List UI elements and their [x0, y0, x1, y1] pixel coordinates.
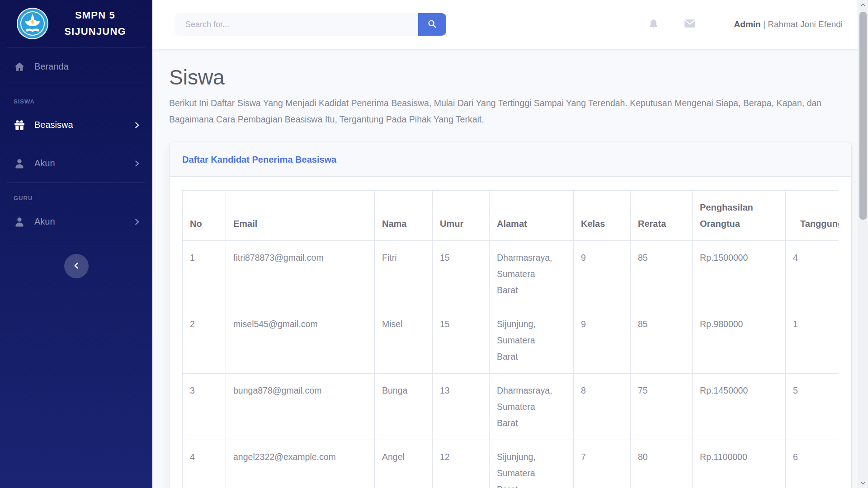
search-icon: [427, 19, 437, 30]
table-cell-umur: 15: [433, 307, 490, 374]
table-cell-no: 2: [183, 307, 226, 374]
column-header-alamat: Alamat: [490, 191, 574, 241]
table-cell-rerata: 85: [631, 241, 693, 307]
sidebar-item-label: Akun: [34, 216, 55, 227]
table-cell-rerata: 80: [631, 440, 693, 488]
card-header: Daftar Kandidat Penerima Beasiswa: [170, 143, 851, 177]
table-cell-penghasilan: Rp.1500000: [693, 241, 786, 307]
table-container: No Email Nama Umur Alamat Kelas Rerata P…: [182, 190, 839, 488]
table-row: 3bunga878@gmail.comBunga13Dharmasraya, S…: [183, 374, 839, 440]
topbar-actions: Admin | Rahmat Joni Efendi: [647, 11, 843, 38]
school-logo-icon: [16, 7, 49, 40]
sidebar-item-label: Akun: [34, 158, 55, 169]
card-title: Daftar Kandidat Penerima Beasiswa: [182, 155, 336, 164]
gift-icon: [14, 119, 27, 131]
table-cell-tanggungan: 4: [786, 241, 839, 307]
vertical-scrollbar[interactable]: [858, 0, 868, 488]
sidebar-item-akun-guru[interactable]: Akun: [0, 202, 152, 241]
table-cell-rerata: 75: [631, 374, 693, 440]
column-header-no: No: [183, 191, 226, 241]
sidebar-divider: [7, 241, 145, 241]
table-cell-tanggungan: 1: [786, 307, 839, 374]
table-cell-nama: Misel: [375, 307, 433, 374]
brand-title: SMPN 5 SIJUNJUNG: [49, 7, 142, 40]
table-cell-umur: 15: [433, 241, 490, 307]
table-cell-email: fitri878873@gmail.com: [226, 241, 375, 307]
sidebar-item-beranda[interactable]: Beranda: [0, 47, 152, 86]
sidebar-divider: [7, 183, 145, 183]
table-cell-nama: Fitri: [375, 241, 433, 307]
table-cell-umur: 12: [433, 440, 490, 488]
beasiswa-card: Daftar Kandidat Penerima Beasiswa No: [169, 143, 852, 488]
table-cell-no: 4: [183, 440, 226, 488]
sidebar: SMPN 5 SIJUNJUNG Beranda SISWA Beasiswa …: [0, 0, 152, 488]
column-header-umur: Umur: [433, 191, 490, 241]
search-input[interactable]: [175, 13, 418, 36]
topbar: Admin | Rahmat Joni Efendi: [152, 0, 868, 49]
table-cell-tanggungan: 5: [786, 374, 839, 440]
table-cell-no: 3: [183, 374, 226, 440]
table-cell-penghasilan: Rp.980000: [693, 307, 786, 374]
table-cell-alamat: Dharmasraya, Sumatera Barat: [490, 374, 574, 440]
sidebar-item-label: Beranda: [34, 61, 69, 72]
chevron-right-icon: [133, 218, 141, 225]
sidebar-item-label: Beasiswa: [34, 120, 73, 130]
sidebar-divider: [7, 86, 145, 86]
sidebar-section-siswa: SISWA: [0, 98, 152, 105]
table-cell-alamat: Sijunjung, Sumatera Barat: [490, 440, 574, 488]
table-row: 4angel2322@example.comAngel12Sijunjung, …: [183, 440, 839, 488]
sidebar-toggle-button[interactable]: [64, 254, 89, 278]
envelope-icon: [683, 17, 697, 32]
table-cell-tanggungan: 6: [786, 440, 839, 488]
user-name: Rahmat Joni Efendi: [768, 19, 843, 29]
user-icon: [14, 216, 27, 228]
user-role: Admin: [734, 19, 761, 29]
table-cell-penghasilan: Rp.1450000: [693, 374, 786, 440]
table-cell-nama: Bunga: [375, 374, 433, 440]
table-cell-email: angel2322@example.com: [226, 440, 375, 488]
table-cell-alamat: Dharmasraya, Sumatera Barat: [490, 241, 574, 307]
table-row: 1fitri878873@gmail.comFitri15Dharmasraya…: [183, 241, 839, 307]
table-cell-alamat: Sijunjung, Sumatera Barat: [490, 307, 574, 374]
table-cell-umur: 13: [433, 374, 490, 440]
page-description: Berikut Ini Daftar Siswa Yang Menjadi Ka…: [169, 95, 852, 127]
sidebar-brand[interactable]: SMPN 5 SIJUNJUNG: [0, 0, 152, 47]
user-separator: |: [763, 19, 765, 29]
table-row: 2misel545@gmail.comMisel15Sijunjung, Sum…: [183, 307, 839, 374]
sidebar-section-guru: GURU: [0, 195, 152, 202]
card-body: No Email Nama Umur Alamat Kelas Rerata P…: [170, 177, 851, 488]
table-cell-kelas: 7: [574, 440, 631, 488]
table-cell-kelas: 8: [574, 374, 631, 440]
page-content: Siswa Berikut Ini Daftar Siswa Yang Menj…: [152, 49, 868, 488]
search-form: [175, 13, 446, 36]
notifications-button[interactable]: [647, 18, 660, 32]
main-area: Admin | Rahmat Joni Efendi Siswa Berikut…: [152, 0, 868, 488]
sidebar-item-akun-siswa[interactable]: Akun: [0, 144, 152, 183]
table-cell-email: misel545@gmail.com: [226, 307, 375, 374]
scroll-up-button[interactable]: [858, 0, 868, 10]
chevron-left-icon: [72, 262, 80, 271]
table-cell-kelas: 9: [574, 241, 631, 307]
search-button[interactable]: [418, 13, 446, 36]
chevron-right-icon: [133, 160, 141, 167]
messages-button[interactable]: [683, 17, 697, 32]
table-cell-email: bunga878@gmail.com: [226, 374, 375, 440]
column-header-email: Email: [226, 191, 375, 241]
table-header-row: No Email Nama Umur Alamat Kelas Rerata P…: [183, 191, 839, 241]
column-header-kelas: Kelas: [574, 191, 631, 241]
page-title: Siswa: [169, 65, 852, 89]
user-menu[interactable]: Admin | Rahmat Joni Efendi: [734, 19, 843, 29]
table-cell-nama: Angel: [375, 440, 433, 488]
scroll-down-button[interactable]: [858, 478, 868, 488]
user-icon: [14, 158, 27, 169]
column-header-tanggungan: Tanggungan: [786, 191, 839, 241]
sidebar-item-beasiswa[interactable]: Beasiswa: [0, 106, 152, 144]
table-cell-kelas: 9: [574, 307, 631, 374]
table-cell-rerata: 85: [631, 307, 693, 374]
scrollbar-thumb[interactable]: [859, 12, 867, 220]
table-cell-penghasilan: Rp.1100000: [693, 440, 786, 488]
column-header-nama: Nama: [375, 191, 433, 241]
column-header-penghasilan: Penghasilan Orangtua: [693, 191, 786, 241]
home-icon: [14, 61, 27, 73]
topbar-divider: [715, 11, 715, 38]
